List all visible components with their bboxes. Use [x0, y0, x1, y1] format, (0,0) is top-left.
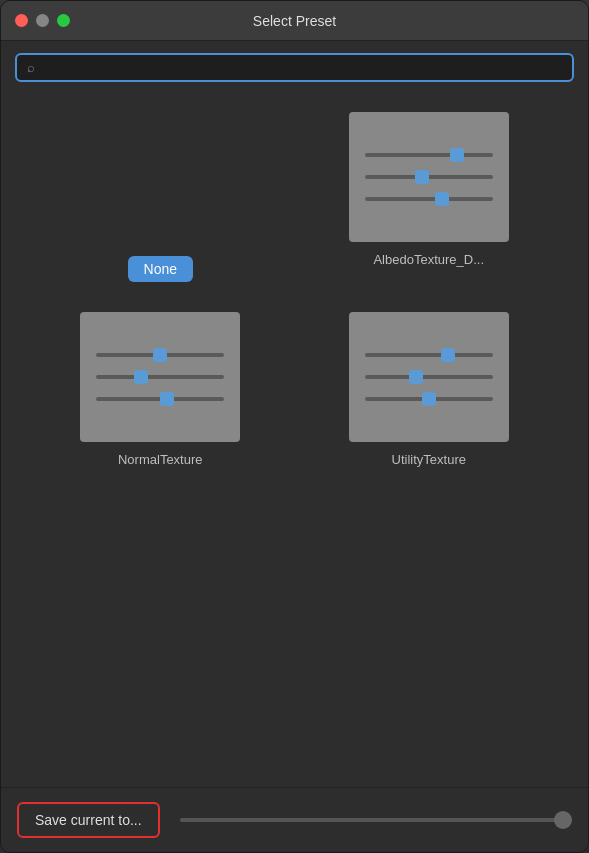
preset-item-albedo[interactable]: AlbedoTexture_D... [310, 112, 549, 292]
slider-row-3 [96, 395, 224, 403]
slider-track [96, 397, 224, 401]
bottom-bar: Save current to... [1, 787, 588, 852]
slider-track [365, 175, 493, 179]
slider-track [96, 375, 224, 379]
slider-row-1 [365, 351, 493, 359]
utility-thumbnail [349, 312, 509, 442]
none-badge: None [128, 256, 193, 282]
slider-row-1 [96, 351, 224, 359]
preset-item-none[interactable]: None [41, 112, 280, 292]
slider-row-2 [365, 373, 493, 381]
albedo-thumbnail [349, 112, 509, 242]
preset-label-utility: UtilityTexture [392, 452, 466, 467]
slider-thumb [409, 370, 423, 384]
maximize-button[interactable] [57, 14, 70, 27]
slider-thumb [435, 192, 449, 206]
slider-thumb [160, 392, 174, 406]
slider-row-3 [365, 195, 493, 203]
preset-label-albedo: AlbedoTexture_D... [373, 252, 484, 267]
bottom-slider-thumb[interactable] [554, 811, 572, 829]
slider-track [365, 353, 493, 357]
search-bar: ⌕ [1, 41, 588, 92]
titlebar: Select Preset [1, 1, 588, 41]
slider-track [365, 397, 493, 401]
slider-row-2 [365, 173, 493, 181]
slider-track [365, 375, 493, 379]
search-input[interactable] [43, 60, 562, 75]
slider-thumb [415, 170, 429, 184]
content-area: None [1, 92, 588, 787]
bottom-slider [160, 818, 572, 822]
close-button[interactable] [15, 14, 28, 27]
slider-track [96, 353, 224, 357]
slider-thumb [153, 348, 167, 362]
preset-item-utility[interactable]: UtilityTexture [310, 312, 549, 467]
slider-row-1 [365, 151, 493, 159]
preset-grid: None [21, 102, 568, 477]
normal-thumbnail [80, 312, 240, 442]
minimize-button[interactable] [36, 14, 49, 27]
slider-row-2 [96, 373, 224, 381]
slider-thumb [441, 348, 455, 362]
slider-row-3 [365, 395, 493, 403]
search-icon: ⌕ [27, 60, 35, 75]
preset-label-normal: NormalTexture [118, 452, 203, 467]
traffic-lights [15, 14, 70, 27]
slider-thumb [134, 370, 148, 384]
preset-item-normal[interactable]: NormalTexture [41, 312, 280, 467]
search-input-wrapper: ⌕ [15, 53, 574, 82]
select-preset-window: Select Preset ⌕ None [0, 0, 589, 853]
bottom-slider-track [180, 818, 572, 822]
slider-thumb [450, 148, 464, 162]
slider-track [365, 153, 493, 157]
save-current-button[interactable]: Save current to... [17, 802, 160, 838]
slider-track [365, 197, 493, 201]
window-title: Select Preset [253, 13, 336, 29]
slider-thumb [422, 392, 436, 406]
